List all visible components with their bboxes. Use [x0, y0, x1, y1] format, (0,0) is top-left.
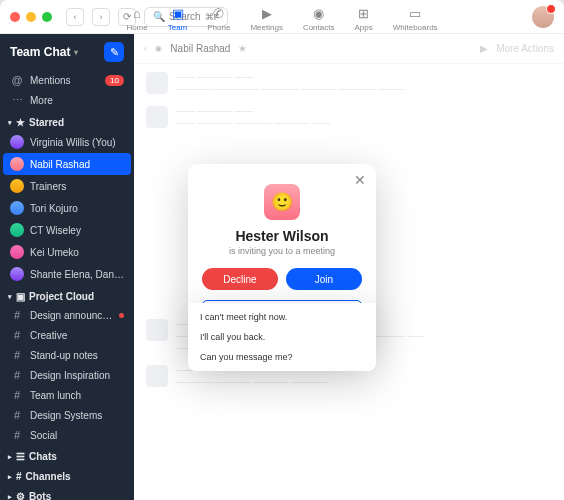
nav-back[interactable]: ‹ — [66, 8, 84, 26]
suggestion-item[interactable]: Can you message me? — [188, 347, 376, 367]
channel-lunch[interactable]: #Team lunch — [0, 385, 134, 405]
hash-icon: # — [10, 369, 24, 381]
channel-design-systems[interactable]: #Design Systems — [0, 405, 134, 425]
user-avatar[interactable] — [532, 6, 554, 28]
more-icon: ⋯ — [10, 94, 24, 107]
hash-icon: # — [10, 329, 24, 341]
avatar — [10, 179, 24, 193]
home-icon: ⌂ — [133, 6, 141, 21]
chevron-down-icon: ▾ — [8, 119, 12, 127]
suggestion-item[interactable]: I can't meet right now. — [188, 307, 376, 327]
suggestion-item[interactable]: I'll call you back. — [188, 327, 376, 347]
close-window[interactable] — [10, 12, 20, 22]
sidebar-more[interactable]: ⋯ More — [0, 90, 134, 111]
maximize-window[interactable] — [42, 12, 52, 22]
bot-icon: ⚙ — [16, 491, 25, 500]
avatar — [10, 245, 24, 259]
chevron-right-icon: ▸ — [8, 493, 12, 501]
contact-group[interactable]: Shante Elena, Daniel Bow… — [0, 263, 134, 285]
sidebar-title[interactable]: Team Chat▾ — [10, 45, 78, 59]
section-starred[interactable]: ▾★Starred — [0, 111, 134, 131]
sidebar: Team Chat▾ ✎ @ Mentions 10 ⋯ More ▾★Star… — [0, 34, 134, 500]
chevron-down-icon: ▾ — [74, 48, 78, 57]
decline-button[interactable]: Decline — [202, 268, 278, 290]
nav-forward[interactable]: › — [92, 8, 110, 26]
contact-trainers[interactable]: Trainers — [0, 175, 134, 197]
section-channels[interactable]: ▸#Channels — [0, 465, 134, 485]
chat-icon: ☰ — [16, 451, 25, 462]
section-bots[interactable]: ▸⚙Bots — [0, 485, 134, 500]
apps-icon: ⊞ — [358, 6, 369, 21]
contact-ct[interactable]: CT Wiseley — [0, 219, 134, 241]
caller-avatar: 🙂 — [264, 184, 300, 220]
compose-button[interactable]: ✎ — [104, 42, 124, 62]
chevron-down-icon: ▾ — [8, 293, 12, 301]
minimize-window[interactable] — [26, 12, 36, 22]
chevron-right-icon: ▸ — [8, 473, 12, 481]
avatar — [10, 135, 24, 149]
hash-icon: # — [10, 389, 24, 401]
avatar — [10, 223, 24, 237]
at-icon: @ — [10, 74, 24, 86]
sidebar-mentions[interactable]: @ Mentions 10 — [0, 70, 134, 90]
join-button[interactable]: Join — [286, 268, 362, 290]
contact-kei[interactable]: Kei Umeko — [0, 241, 134, 263]
contact-virginia[interactable]: Virginia Willis (You) — [0, 131, 134, 153]
caller-name: Hester Wilson — [202, 228, 362, 244]
close-button[interactable]: ✕ — [354, 172, 366, 188]
avatar — [10, 201, 24, 215]
contact-nabil[interactable]: Nabil Rashad — [3, 153, 131, 175]
chevron-right-icon: ▸ — [8, 453, 12, 461]
channel-inspiration[interactable]: #Design Inspiration — [0, 365, 134, 385]
hash-icon: # — [10, 349, 24, 361]
hash-icon: # — [10, 429, 24, 441]
channel-standup[interactable]: #Stand-up notes — [0, 345, 134, 365]
star-icon: ★ — [16, 117, 25, 128]
hash-icon: # — [10, 309, 24, 321]
channel-social[interactable]: #Social — [0, 425, 134, 445]
quick-reply-suggestions: I can't meet right now. I'll call you ba… — [188, 303, 376, 371]
hash-icon: # — [10, 409, 24, 421]
unread-dot — [119, 313, 124, 318]
contact-tori[interactable]: Tori Kojuro — [0, 197, 134, 219]
channel-design-announcements[interactable]: #Design announcements — [0, 305, 134, 325]
section-chats[interactable]: ▸☰Chats — [0, 445, 134, 465]
hash-icon: # — [16, 471, 22, 482]
channel-creative[interactable]: #Creative — [0, 325, 134, 345]
video-icon: ▶ — [262, 6, 272, 21]
badge: 10 — [105, 75, 124, 86]
window-controls — [10, 12, 52, 22]
whiteboard-icon: ▭ — [409, 6, 421, 21]
avatar — [10, 157, 24, 171]
contacts-icon: ◉ — [313, 6, 324, 21]
invite-subtitle: is inviting you to a meeting — [202, 246, 362, 256]
folder-icon: ▣ — [16, 291, 25, 302]
phone-icon: ✆ — [213, 6, 224, 21]
titlebar: ‹ › ⟳ 🔍 Search ⌘F ⌂Home ▣Team Chat ✆Phon… — [0, 0, 564, 34]
chat-icon: ▣ — [172, 6, 184, 21]
section-project-cloud[interactable]: ▾▣Project Cloud — [0, 285, 134, 305]
avatar — [10, 267, 24, 281]
